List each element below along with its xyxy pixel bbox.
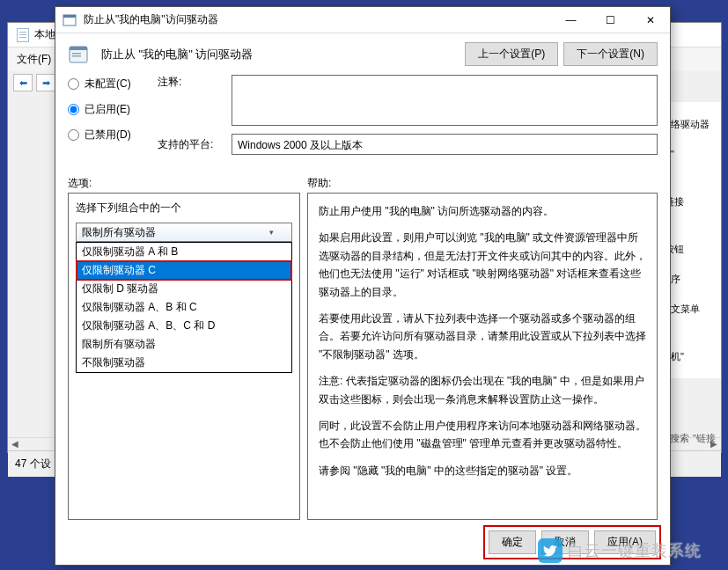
radio-disabled-input[interactable] — [68, 129, 79, 141]
bg-status-text: 47 个设 — [15, 457, 51, 470]
combo-label: 选择下列组合中的一个 — [76, 201, 292, 216]
dropdown-item[interactable]: 限制所有驱动器 — [77, 335, 291, 354]
comment-textarea[interactable] — [232, 75, 658, 126]
next-setting-button[interactable]: 下一个设置(N) — [563, 42, 658, 66]
dialog-title-bar: 防止从"我的电脑"访问驱动器 — ☐ ✕ — [55, 7, 670, 33]
minimize-button[interactable]: — — [551, 7, 591, 33]
close-button[interactable]: ✕ — [630, 7, 670, 33]
options-pane: 选择下列组合中的一个 限制所有驱动器 ▾ 仅限制驱动器 A 和 B 仅限制驱动器… — [68, 193, 300, 520]
help-paragraph: 防止用户使用 "我的电脑" 访问所选驱动器的内容。 — [319, 202, 646, 220]
footer-highlight: 确定 取消 应用(A) — [487, 529, 658, 556]
radio-enabled-input[interactable] — [68, 104, 79, 115]
radio-not-configured[interactable]: 未配置(C) — [68, 77, 152, 91]
help-pane: 防止用户使用 "我的电脑" 访问所选驱动器的内容。 如果启用此设置，则用户可以浏… — [307, 193, 658, 520]
radio-not-configured-input[interactable] — [68, 78, 79, 90]
apply-button[interactable]: 应用(A) — [594, 530, 656, 554]
chevron-down-icon: ▾ — [269, 228, 274, 237]
nav-back-button[interactable]: ⬅ — [13, 74, 33, 91]
dialog-icon — [63, 13, 77, 27]
policy-dialog: 防止从"我的电脑"访问驱动器 — ☐ ✕ 防止从 "我的电脑" 访问驱动器 上一… — [55, 6, 671, 566]
dialog-title-text: 防止从"我的电脑"访问驱动器 — [84, 12, 218, 27]
dialog-header: 防止从 "我的电脑" 访问驱动器 上一个设置(P) 下一个设置(N) — [55, 33, 670, 75]
document-icon — [17, 28, 29, 42]
help-label: 帮助: — [307, 176, 658, 191]
dropdown-item[interactable]: 仅限制驱动器 A 和 B — [77, 243, 291, 261]
drive-combo-dropdown: 仅限制驱动器 A 和 B 仅限制驱动器 C 仅限制 D 驱动器 仅限制驱动器 A… — [76, 242, 292, 373]
comment-label: 注释: — [158, 75, 226, 90]
help-paragraph: 请参阅 "隐藏 "我的电脑" 中的这些指定的驱动器" 设置。 — [319, 462, 646, 479]
svg-rect-1 — [63, 15, 76, 18]
help-paragraph: 注意: 代表指定驱动器的图标仍会出现在 "我的电脑" 中，但是如果用户双击这些图… — [319, 372, 646, 408]
drive-combo[interactable]: 限制所有驱动器 ▾ — [76, 223, 292, 242]
svg-rect-4 — [72, 53, 81, 55]
platform-label: 支持的平台: — [158, 134, 226, 152]
dialog-header-title: 防止从 "我的电脑" 访问驱动器 — [101, 47, 253, 62]
bg-title-text: 本地 — [34, 27, 55, 42]
combo-selected-text: 限制所有驱动器 — [82, 225, 156, 240]
dropdown-item[interactable]: 不限制驱动器 — [77, 354, 291, 372]
help-paragraph: 同时，此设置不会防止用户使用程序来访问本地驱动器和网络驱动器。也不会防止他们使用… — [319, 417, 646, 453]
bg-menu-file[interactable]: 文件(F) — [17, 53, 51, 65]
svg-rect-5 — [72, 55, 81, 57]
help-paragraph: 若要使用此设置，请从下拉列表中选择一个驱动器或多个驱动器的组合。若要允许访问所有… — [319, 310, 646, 363]
radio-enabled[interactable]: 已启用(E) — [68, 102, 152, 117]
previous-setting-button[interactable]: 上一个设置(P) — [465, 42, 558, 66]
options-label: 选项: — [68, 176, 307, 191]
dropdown-item[interactable]: 仅限制 D 驱动器 — [77, 280, 291, 298]
help-paragraph: 如果启用此设置，则用户可以浏览 "我的电脑" 或文件资源管理器中所选驱动器的目录… — [319, 229, 646, 301]
dropdown-item[interactable]: 仅限制驱动器 A、B、C 和 D — [77, 317, 291, 335]
dropdown-item-selected[interactable]: 仅限制驱动器 C — [77, 261, 291, 280]
nav-forward-button[interactable]: ➡ — [36, 74, 55, 91]
config-radio-group: 未配置(C) 已启用(E) 已禁用(D) — [68, 75, 152, 142]
policy-icon — [68, 44, 89, 65]
maximize-button[interactable]: ☐ — [591, 7, 630, 33]
radio-disabled[interactable]: 已禁用(D) — [68, 128, 152, 142]
dropdown-item[interactable]: 仅限制驱动器 A、B 和 C — [77, 298, 291, 317]
platform-value: Windows 2000 及以上版本 — [232, 134, 658, 155]
ok-button[interactable]: 确定 — [489, 530, 536, 554]
dialog-footer: 确定 取消 应用(A) — [55, 520, 670, 565]
cancel-button[interactable]: 取消 — [541, 530, 589, 554]
svg-rect-3 — [70, 47, 87, 50]
